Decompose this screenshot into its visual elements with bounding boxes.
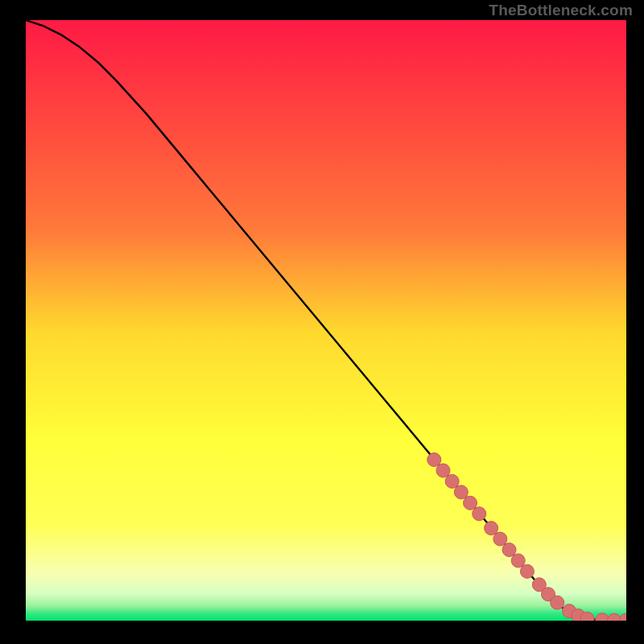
data-marker — [485, 522, 498, 535]
data-marker — [551, 596, 564, 609]
data-marker — [464, 496, 477, 510]
data-marker — [454, 485, 468, 499]
chart-frame: TheBottleneck.com — [0, 0, 644, 644]
data-marker — [511, 554, 525, 568]
data-marker — [436, 464, 450, 477]
data-marker — [493, 532, 507, 546]
data-marker — [473, 507, 486, 521]
chart-plot-area — [26, 20, 626, 621]
data-marker — [427, 453, 441, 467]
data-marker — [502, 543, 516, 556]
data-marker — [445, 474, 459, 488]
chart-svg — [26, 20, 626, 621]
gradient-background — [26, 20, 626, 621]
watermark-text: TheBottleneck.com — [489, 2, 633, 19]
data-marker — [520, 564, 534, 578]
